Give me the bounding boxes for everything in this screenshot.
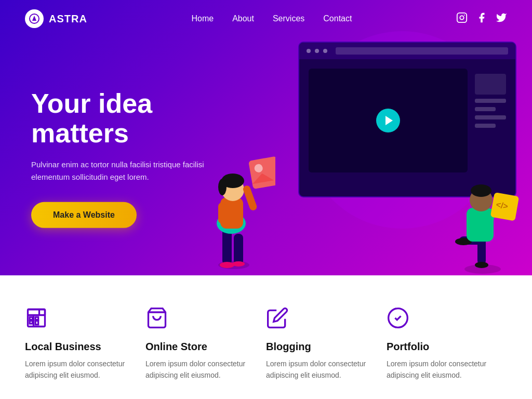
play-button	[376, 109, 400, 132]
svg-point-9	[232, 261, 245, 267]
logo: ASTRA	[25, 9, 87, 28]
logo-icon	[25, 9, 44, 28]
svg-rect-31	[467, 213, 474, 236]
browser-dot-2	[315, 49, 319, 53]
svg-rect-35	[30, 317, 33, 320]
feature-blogging-title: Blogging	[266, 341, 376, 353]
sidebar-bar-1	[475, 99, 506, 103]
sidebar-thumbnail	[475, 74, 506, 95]
make-website-button[interactable]: Make a Website	[31, 202, 137, 228]
nav-services[interactable]: Services	[273, 14, 304, 23]
svg-point-14	[218, 179, 227, 195]
nav-home[interactable]: Home	[191, 14, 214, 23]
feature-online-store-title: Online Store	[145, 341, 256, 353]
building-icon	[25, 307, 50, 331]
sidebar-bar-4	[475, 124, 496, 128]
check-circle-icon	[387, 307, 411, 331]
svg-point-24	[475, 262, 488, 268]
facebook-icon[interactable]	[476, 12, 487, 26]
feature-blogging-desc: Lorem ipsum dolor consectetur adipiscing…	[266, 358, 376, 381]
feature-blogging: Blogging Lorem ipsum dolor consectetur a…	[266, 307, 387, 381]
bag-icon	[145, 307, 170, 331]
svg-rect-38	[35, 321, 38, 325]
svg-rect-16	[248, 156, 275, 189]
svg-point-4	[464, 15, 465, 16]
sidebar-bar-3	[475, 115, 506, 119]
features-section: Local Business Lorem ipsum dolor consect…	[0, 275, 532, 399]
feature-portfolio: Portfolio Lorem ipsum dolor consectetur …	[387, 307, 507, 381]
browser-dot-1	[307, 49, 311, 53]
svg-rect-37	[35, 317, 38, 320]
nav: Home About Services Contact	[191, 14, 352, 23]
feature-portfolio-desc: Lorem ipsum dolor consectetur adipiscing…	[387, 358, 497, 381]
nav-contact[interactable]: Contact	[323, 14, 352, 23]
svg-rect-2	[457, 12, 467, 22]
svg-marker-1	[32, 16, 36, 21]
character-right: </>	[444, 140, 522, 275]
feature-local-business-title: Local Business	[25, 341, 135, 353]
svg-rect-19	[218, 203, 225, 223]
sidebar-bar-2	[475, 107, 496, 111]
feature-local-business: Local Business Lorem ipsum dolor consect…	[25, 307, 145, 381]
header: ASTRA Home About Services Contact	[0, 0, 532, 37]
instagram-icon[interactable]	[456, 12, 468, 26]
edit-icon	[266, 307, 291, 331]
character-left	[192, 119, 275, 275]
twitter-icon[interactable]	[496, 12, 507, 26]
feature-portfolio-title: Portfolio	[387, 341, 497, 353]
svg-rect-6	[222, 229, 232, 265]
feature-online-store-desc: Lorem ipsum dolor consectetur adipiscing…	[145, 358, 256, 381]
feature-local-business-desc: Lorem ipsum dolor consectetur adipiscing…	[25, 358, 135, 381]
svg-point-27	[471, 184, 491, 197]
logo-text: ASTRA	[49, 13, 87, 25]
svg-point-3	[460, 16, 463, 19]
social-icons	[456, 12, 507, 26]
browser-url-bar	[336, 47, 508, 55]
nav-about[interactable]: About	[232, 14, 254, 23]
svg-rect-36	[30, 321, 33, 324]
svg-point-8	[220, 262, 234, 268]
feature-online-store: Online Store Lorem ipsum dolor consectet…	[145, 307, 266, 381]
browser-dot-3	[323, 49, 327, 53]
browser-bar	[299, 43, 515, 59]
svg-rect-7	[234, 234, 243, 265]
